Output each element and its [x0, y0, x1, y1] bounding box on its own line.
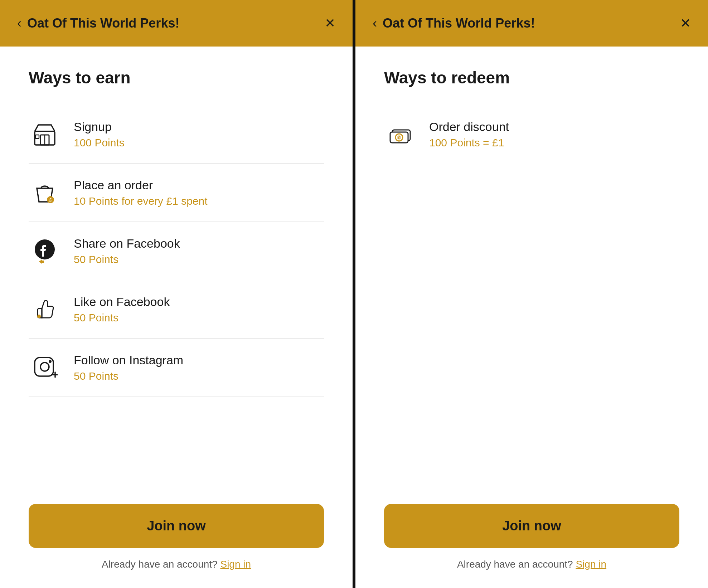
sign-in-link-right[interactable]: Sign in: [576, 559, 606, 570]
redeem-content: Ways to redeem £: [355, 47, 708, 588]
earn-panel: ‹ Oat Of This World Perks! ✕ Ways to ear…: [0, 0, 353, 588]
back-button[interactable]: ‹: [17, 16, 21, 31]
footer-left: Already have an account? Sign in: [29, 559, 324, 570]
like-facebook-label: Like on Facebook: [74, 295, 170, 309]
svg-text:£: £: [398, 136, 400, 140]
share-facebook-points: 50 Points: [74, 253, 180, 266]
redeem-section-title: Ways to redeem: [384, 68, 679, 87]
follow-instagram-points: 50 Points: [74, 370, 183, 382]
signup-points: 100 Points: [74, 137, 125, 149]
share-facebook-label: Share on Facebook: [74, 237, 180, 251]
money-icon: £: [384, 118, 416, 150]
earn-item-like-facebook: Like on Facebook 50 Points: [29, 280, 324, 339]
earn-section-title: Ways to earn: [29, 68, 324, 87]
follow-instagram-label: Follow on Instagram: [74, 353, 183, 367]
header-left: ‹ Oat Of This World Perks!: [17, 16, 179, 31]
earn-header-title: Oat Of This World Perks!: [27, 16, 179, 31]
redeem-header: ‹ Oat Of This World Perks! ✕: [355, 0, 708, 47]
facebook-like-icon: [29, 293, 61, 325]
facebook-share-icon: [29, 235, 61, 267]
svg-point-10: [40, 363, 49, 371]
like-facebook-points: 50 Points: [74, 312, 170, 324]
earn-item-signup: Signup 100 Points: [29, 105, 324, 164]
redeem-header-title: Oat Of This World Perks!: [383, 16, 535, 31]
earn-item-share-facebook: Share on Facebook 50 Points: [29, 222, 324, 280]
redeem-panel: ‹ Oat Of This World Perks! ✕ Ways to red…: [355, 0, 708, 588]
back-button-right[interactable]: ‹: [373, 16, 377, 31]
signup-label: Signup: [74, 120, 125, 134]
redeem-list: £ Order discount 100 Points = £1: [384, 105, 679, 486]
redeem-header-left: ‹ Oat Of This World Perks!: [373, 16, 535, 31]
panel-divider: [353, 0, 355, 588]
earn-item-follow-instagram: Follow on Instagram 50 Points: [29, 339, 324, 397]
svg-text:£: £: [49, 197, 52, 203]
order-discount-points: 100 Points = £1: [429, 137, 509, 149]
svg-point-11: [49, 360, 52, 363]
place-order-earn-text: Place an order 10 Points for every £1 sp…: [74, 178, 208, 207]
close-button-right[interactable]: ✕: [680, 16, 691, 31]
svg-rect-4: [35, 135, 39, 139]
svg-point-8: [37, 315, 41, 318]
order-discount-label: Order discount: [429, 120, 509, 134]
bag-icon: £: [29, 176, 61, 209]
app-container: ‹ Oat Of This World Perks! ✕ Ways to ear…: [0, 0, 708, 588]
follow-instagram-earn-text: Follow on Instagram 50 Points: [74, 353, 183, 382]
place-order-label: Place an order: [74, 178, 208, 192]
join-now-button-left[interactable]: Join now: [29, 504, 324, 548]
instagram-icon: [29, 351, 61, 384]
earn-content: Ways to earn: [0, 47, 353, 588]
order-discount-text: Order discount 100 Points = £1: [429, 120, 509, 149]
join-now-button-right[interactable]: Join now: [384, 504, 679, 548]
close-button-left[interactable]: ✕: [325, 16, 335, 31]
earn-list: Signup 100 Points £: [29, 105, 324, 486]
signup-earn-text: Signup 100 Points: [74, 120, 125, 149]
sign-in-link-left[interactable]: Sign in: [220, 559, 251, 570]
earn-item-place-order: £ Place an order 10 Points for every £1 …: [29, 164, 324, 222]
redeem-item-order-discount: £ Order discount 100 Points = £1: [384, 105, 679, 163]
earn-header: ‹ Oat Of This World Perks! ✕: [0, 0, 353, 47]
place-order-points: 10 Points for every £1 spent: [74, 195, 208, 207]
like-facebook-earn-text: Like on Facebook 50 Points: [74, 295, 170, 324]
store-icon: [29, 118, 61, 150]
share-facebook-earn-text: Share on Facebook 50 Points: [74, 237, 180, 266]
footer-right: Already have an account? Sign in: [384, 559, 679, 570]
